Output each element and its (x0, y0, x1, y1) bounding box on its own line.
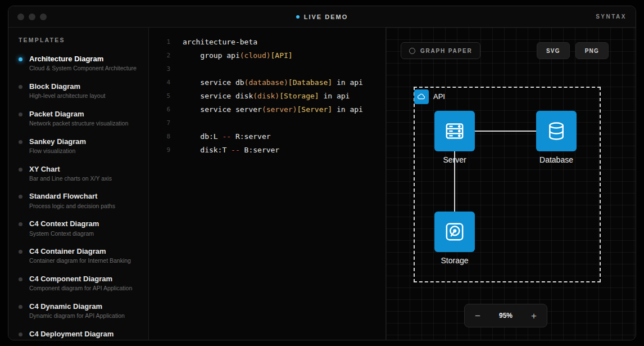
sidebar-item[interactable]: Standard FlowchartProcess logic and deci… (8, 187, 148, 215)
sidebar-item[interactable]: C4 Dynamic DiagramDynamic diagram for AP… (8, 298, 148, 325)
window-close-button[interactable] (17, 14, 24, 20)
server-icon (443, 120, 466, 142)
radio-circle-icon (409, 48, 415, 54)
window-maximize-button[interactable] (40, 14, 47, 20)
line-number: 2 (149, 49, 170, 62)
code-text: service disk(disk)[Storage] in api (170, 89, 350, 103)
sidebar-item[interactable]: Block DiagramHigh-level architecture lay… (8, 78, 148, 105)
server-node-label: Server (421, 155, 488, 164)
code-lines: 1architecture-beta2 group api(cloud)[API… (149, 35, 386, 157)
code-text (170, 116, 183, 130)
code-line: 6 service server(server)[Server] in api (149, 103, 386, 116)
line-number: 1 (149, 35, 170, 49)
database-icon (545, 120, 568, 142)
template-bullet-icon (19, 85, 22, 89)
export-svg-button[interactable]: SVG (537, 42, 570, 59)
titlebar: LIVE DEMO SYNTAX (8, 6, 636, 28)
sidebar-item[interactable]: XY ChartBar and Line charts on X/Y axis (8, 160, 148, 188)
storage-icon (443, 221, 466, 243)
template-description: Flow visualization (29, 147, 86, 155)
app-window: LIVE DEMO SYNTAX TEMPLATES Architecture … (8, 6, 636, 340)
template-bullet-icon (19, 305, 22, 309)
template-bullet-icon (19, 222, 22, 226)
sidebar-item[interactable]: C4 Deployment Diagram (8, 325, 148, 340)
template-description: Dynamic diagram for API Application (29, 312, 125, 320)
template-description: Cloud & System Component Architecture (29, 65, 137, 73)
architecture-diagram: API (386, 28, 636, 340)
code-line: 8 db:L -- R:server (149, 130, 386, 143)
code-text: db:L -- R:server (170, 130, 271, 143)
diagram-preview-canvas[interactable]: API (386, 28, 636, 340)
template-description: System Context diagram (29, 230, 99, 238)
template-title: Standard Flowchart (29, 192, 115, 201)
templates-list: Architecture DiagramCloud & System Compo… (8, 50, 148, 340)
code-text: architecture-beta (170, 35, 257, 49)
live-dot-icon (296, 15, 300, 19)
template-bullet-icon (19, 168, 22, 172)
database-node-label: Database (523, 155, 590, 164)
zoom-level: 95% (499, 312, 513, 320)
code-line: 7 (149, 116, 386, 130)
zoom-in-button[interactable]: + (531, 311, 537, 321)
edge-server-database (475, 131, 536, 132)
storage-node-label: Storage (421, 256, 488, 265)
sidebar-item[interactable]: Architecture DiagramCloud & System Compo… (8, 50, 148, 78)
sidebar-item[interactable]: Sankey DiagramFlow visualization (8, 133, 148, 160)
code-line: 9 disk:T -- B:server (149, 143, 386, 157)
line-number: 5 (149, 89, 170, 103)
cloud-icon (414, 89, 429, 104)
code-text: disk:T -- B:server (170, 143, 279, 157)
template-description: Container diagram for Internet Banking (29, 257, 131, 265)
template-description: Network packet structure visualization (29, 120, 128, 128)
export-png-button[interactable]: PNG (575, 42, 609, 59)
window-minimize-button[interactable] (29, 14, 35, 20)
graph-paper-label: GRAPH PAPER (420, 48, 472, 54)
code-line: 5 service disk(disk)[Storage] in api (149, 89, 386, 103)
template-title: Block Diagram (29, 82, 105, 91)
server-node (434, 111, 475, 151)
template-bullet-icon (19, 195, 22, 199)
storage-node (434, 212, 475, 252)
template-description: High-level architecture layout (29, 92, 105, 100)
template-title: C4 Context Diagram (29, 219, 99, 228)
template-bullet-icon (19, 332, 22, 336)
line-number: 4 (149, 76, 170, 89)
template-description: Process logic and decision paths (29, 203, 115, 210)
zoom-out-button[interactable]: − (475, 311, 480, 321)
graph-paper-toggle[interactable]: GRAPH PAPER (401, 42, 480, 59)
live-demo-label: LIVE DEMO (304, 14, 348, 20)
template-bullet-icon (19, 57, 22, 61)
template-title: Sankey Diagram (29, 137, 86, 146)
code-text (170, 62, 183, 76)
window-controls (17, 14, 47, 20)
line-number: 7 (149, 116, 170, 130)
template-title: XY Chart (29, 165, 112, 174)
sidebar-item[interactable]: C4 Container DiagramContainer diagram fo… (8, 242, 148, 270)
export-buttons: SVG PNG (537, 42, 609, 59)
sidebar-item[interactable]: C4 Context DiagramSystem Context diagram (8, 215, 148, 242)
sidebar-item[interactable]: Packet DiagramNetwork packet structure v… (8, 105, 148, 133)
code-line: 4 service db(database)[Database] in api (149, 76, 386, 89)
code-editor[interactable]: 1architecture-beta2 group api(cloud)[API… (149, 28, 386, 340)
live-demo-indicator: LIVE DEMO (8, 14, 636, 20)
code-line: 1architecture-beta (149, 35, 386, 49)
code-text: service server(server)[Server] in api (170, 103, 363, 116)
line-number: 3 (149, 62, 170, 76)
template-title: C4 Deployment Diagram (29, 330, 114, 339)
main-content: TEMPLATES Architecture DiagramCloud & Sy… (8, 28, 636, 340)
line-number: 8 (149, 130, 170, 143)
templates-heading: TEMPLATES (8, 37, 148, 50)
template-bullet-icon (19, 250, 22, 254)
zoom-control: − 95% + (464, 304, 547, 327)
templates-sidebar: TEMPLATES Architecture DiagramCloud & Sy… (8, 28, 149, 340)
code-line: 3 (149, 62, 386, 76)
template-title: C4 Container Diagram (29, 247, 131, 256)
database-node (536, 111, 577, 151)
template-title: C4 Component Diagram (29, 275, 132, 284)
template-bullet-icon (19, 140, 22, 144)
code-text: service db(database)[Database] in api (170, 76, 363, 89)
syntax-link[interactable]: SYNTAX (596, 14, 627, 20)
sidebar-item[interactable]: C4 Component DiagramComponent diagram fo… (8, 270, 148, 298)
api-group-label: API (433, 92, 445, 101)
line-number: 9 (149, 143, 170, 157)
